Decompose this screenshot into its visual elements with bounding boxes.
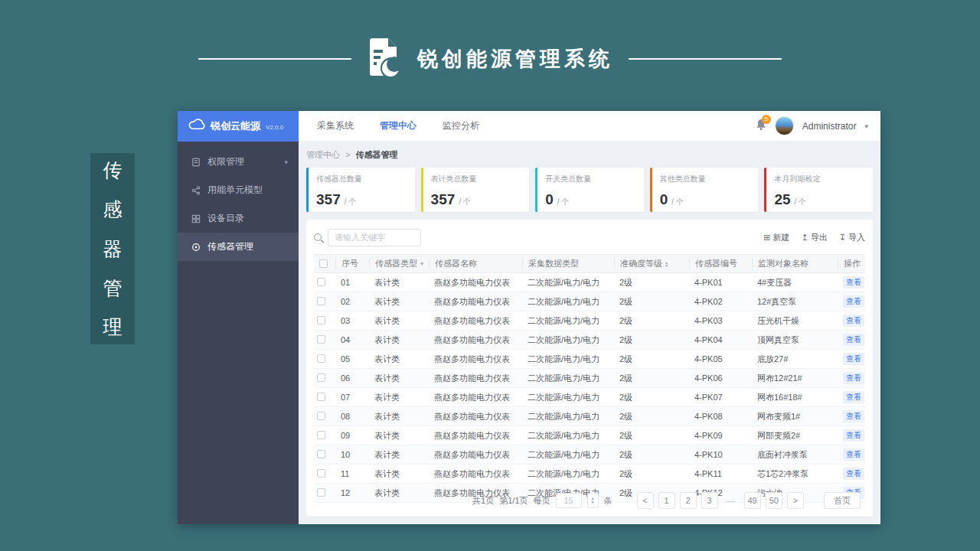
column-header: 传感器类型▾ <box>369 258 429 269</box>
per-page-stepper[interactable]: ▴▾ <box>587 493 599 508</box>
export-button[interactable]: ↥ 导出 <box>802 232 828 243</box>
cell-no: 08 <box>335 412 369 421</box>
row-checkbox[interactable] <box>317 373 325 382</box>
column-header: 采集数据类型 <box>522 258 614 269</box>
per-page-input[interactable] <box>556 493 582 508</box>
page-button[interactable]: 1 <box>658 492 675 509</box>
table-toolbar: ⊞ 新建 ↥ 导出 ↧ 导入 <box>314 227 865 247</box>
cell-name: 燕赵多功能电力仪表 <box>429 411 522 422</box>
cell-name: 燕赵多功能电力仪表 <box>429 392 522 403</box>
select-all-checkbox[interactable] <box>319 259 328 268</box>
view-button[interactable]: 查看 <box>843 334 864 346</box>
row-checkbox[interactable] <box>317 335 325 344</box>
row-checkbox[interactable] <box>317 278 325 286</box>
cell-type: 表计类 <box>369 449 429 461</box>
export-icon: ↥ <box>802 233 808 243</box>
pagination-summary: 共1页 第1/1页 每页 ▴▾ 条 <box>472 493 612 508</box>
cell-target: 顶网真空泵 <box>752 334 838 346</box>
cell-accuracy: 2级 <box>614 373 689 384</box>
view-button[interactable]: 查看 <box>843 448 864 461</box>
sort-icon[interactable]: ▴▾ <box>665 261 668 267</box>
row-checkbox[interactable] <box>317 431 325 439</box>
cell-data_type: 二次能源/电力/电力 <box>522 277 614 289</box>
row-checkbox[interactable] <box>317 412 325 420</box>
table-row: 03表计类燕赵多功能电力仪表二次能源/电力/电力2级4-PK03压光机干燥查看删… <box>314 311 865 331</box>
cell-data_type: 二次能源/电力/电力 <box>522 392 614 403</box>
sidebar-item[interactable]: 权限管理▾ <box>178 148 299 176</box>
row-checkbox[interactable] <box>317 469 325 478</box>
side-banner-char: 传 <box>103 161 122 180</box>
table-row: 02表计类燕赵多功能电力仪表二次能源/电力/电力2级4-PK0212#真空泵查看… <box>314 292 865 311</box>
cell-accuracy: 2级 <box>614 449 689 461</box>
row-actions: 查看删除 <box>838 429 865 442</box>
view-button[interactable]: 查看 <box>843 353 864 365</box>
row-checkbox-cell <box>314 469 335 479</box>
stat-value: 357 <box>431 191 456 208</box>
row-checkbox[interactable] <box>317 297 325 305</box>
view-button[interactable]: 查看 <box>843 315 864 327</box>
import-button[interactable]: ↧ 导入 <box>839 232 865 243</box>
row-checkbox[interactable] <box>317 450 325 458</box>
table-row: 05表计类燕赵多功能电力仪表二次能源/电力/电力2级4-PK05底放27#查看删… <box>314 350 865 369</box>
prev-page-button[interactable]: < <box>637 492 654 509</box>
cell-code: 4-PK03 <box>689 316 752 325</box>
row-checkbox[interactable] <box>317 316 325 324</box>
stat-card: 开关类总数量0/ 个 <box>535 168 644 212</box>
toolbar-actions: ⊞ 新建 ↥ 导出 ↧ 导入 <box>763 232 865 243</box>
view-button[interactable]: 查看 <box>843 410 864 422</box>
total-pages-label: 共1页 <box>472 495 494 507</box>
new-button[interactable]: ⊞ 新建 <box>763 232 789 243</box>
row-checkbox[interactable] <box>317 393 325 401</box>
view-button[interactable]: 查看 <box>843 429 864 442</box>
sidebar-item[interactable]: 用能单元模型 <box>178 176 299 204</box>
column-header: 传感器名称 <box>429 258 522 269</box>
view-button[interactable]: 查看 <box>843 372 864 384</box>
stat-label: 本月到期检定 <box>774 174 865 184</box>
first-page-button[interactable]: 首页 <box>824 492 861 509</box>
top-nav-item[interactable]: 采集系统 <box>317 119 354 132</box>
row-checkbox-cell <box>314 450 335 460</box>
stat-card: 表计类总数量357/ 个 <box>421 168 530 212</box>
filter-icon[interactable]: ▾ <box>420 260 423 267</box>
table-row: 11表计类燕赵多功能电力仪表二次能源/电力/电力2级4-PK11芯1芯2冲浆泵查… <box>314 465 865 484</box>
per-page-label: 每页 <box>534 495 550 507</box>
avatar[interactable] <box>775 116 794 135</box>
sidebar-item[interactable]: 设备目录 <box>178 204 299 233</box>
next-page-button[interactable]: > <box>787 492 804 509</box>
row-checkbox[interactable] <box>317 354 325 363</box>
cloud-icon <box>188 119 205 133</box>
view-button[interactable]: 查看 <box>843 295 864 308</box>
page-button[interactable]: 49 <box>744 492 761 509</box>
sidebar: 权限管理▾用能单元模型设备目录传感器管理 <box>178 142 299 524</box>
view-button[interactable]: 查看 <box>843 391 864 403</box>
page-button[interactable]: 3 <box>701 492 718 509</box>
cell-data_type: 二次能源/电力/电力 <box>522 296 614 308</box>
user-name[interactable]: Administrator <box>802 121 857 132</box>
page-header: 锐创能源管理系统 <box>0 32 980 86</box>
page-button[interactable]: 2 <box>680 492 697 509</box>
page-button[interactable]: 50 <box>766 492 782 509</box>
stat-unit: / 个 <box>795 197 807 207</box>
breadcrumb-parent[interactable]: 管理中心 <box>306 150 340 159</box>
stat-unit: / 个 <box>557 197 570 207</box>
cell-no: 07 <box>335 393 369 402</box>
notification-bell-icon[interactable]: 5 <box>756 119 766 134</box>
cell-type: 表计类 <box>369 430 429 442</box>
cell-target: 底放27# <box>752 354 838 365</box>
top-nav-item[interactable]: 监控分析 <box>443 119 479 132</box>
top-nav-item[interactable]: 管理中心 <box>380 119 416 132</box>
chevron-down-icon[interactable]: ▾ <box>864 122 868 130</box>
cell-target: 4#变压器 <box>752 277 838 289</box>
stat-card: 传感器总数量357/ 个 <box>306 168 415 212</box>
sidebar-item[interactable]: 传感器管理 <box>178 233 299 261</box>
cell-name: 燕赵多功能电力仪表 <box>429 449 522 461</box>
cell-type: 表计类 <box>369 411 429 422</box>
view-button[interactable]: 查看 <box>843 276 864 289</box>
cell-code: 4-PK07 <box>689 393 752 402</box>
view-button[interactable]: 查看 <box>843 468 864 480</box>
cell-name: 燕赵多功能电力仪表 <box>429 468 522 480</box>
search-input[interactable] <box>328 229 421 246</box>
topbar-right: 5 Administrator ▾ <box>756 116 880 135</box>
row-checkbox-cell <box>314 431 335 441</box>
app-logo[interactable]: 锐创云能源 V2.0.0 <box>178 111 299 142</box>
